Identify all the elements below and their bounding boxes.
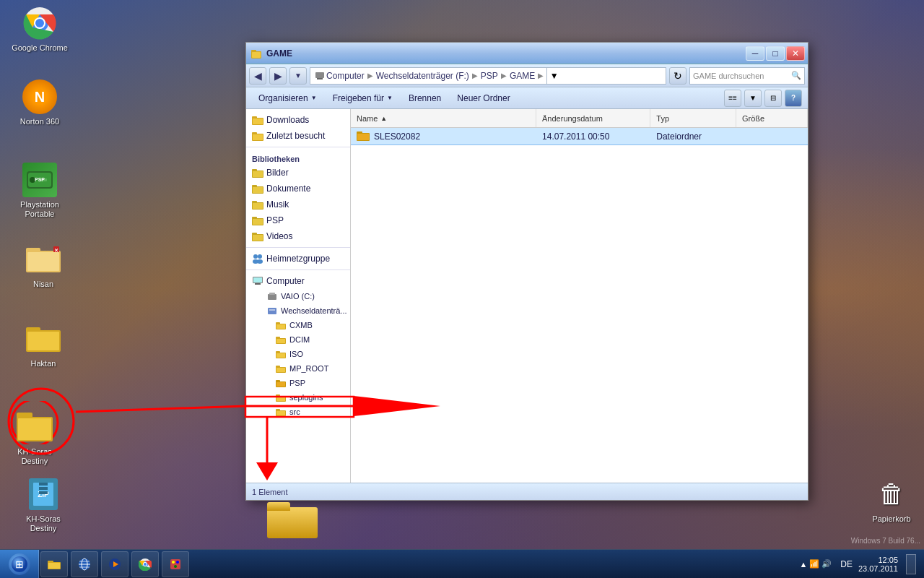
taskbar-folder-button[interactable] — [40, 551, 68, 577]
sidebar-item-psp-lib[interactable]: PSP — [246, 212, 350, 228]
address-part-psp: PSP — [481, 71, 498, 81]
papierkorb-icon: 🗑 — [874, 477, 909, 512]
desktop-icon-psp[interactable]: PSP Playstation Portable — [11, 163, 69, 219]
refresh-button[interactable]: ↻ — [669, 67, 687, 85]
chevron-up-icon[interactable]: ▲ — [799, 560, 807, 569]
haktan-label: Haktan — [31, 359, 56, 368]
sidebar-item-wechsel[interactable]: Wechseldatenträ... — [246, 303, 350, 318]
start-button[interactable]: ⊞ — [0, 550, 39, 579]
burn-button[interactable]: Brennen — [402, 90, 448, 107]
vaio-label: VAIO (C:) — [281, 292, 315, 301]
sidebar-item-zuletzt[interactable]: Zuletzt besucht — [246, 128, 350, 144]
sidebar-item-vaio[interactable]: VAIO (C:) — [246, 289, 350, 303]
svg-point-110 — [144, 563, 147, 566]
taskbar-paint-button[interactable] — [162, 551, 189, 577]
wechsel-drive-icon — [266, 305, 278, 316]
svg-rect-75 — [276, 368, 285, 372]
svg-rect-26 — [39, 491, 48, 494]
sidebar-item-homegroup[interactable]: Heimnetzgruppe — [246, 251, 350, 267]
psp-label: Playstation Portable — [12, 200, 68, 219]
address-part-drive: Wechseldatenträger (F:) — [376, 71, 469, 81]
show-desktop-button[interactable] — [904, 551, 918, 577]
norton-icon: N — [22, 79, 57, 114]
sidebar-item-dokumente[interactable]: Dokumente — [246, 181, 350, 197]
svg-rect-36 — [252, 132, 257, 134]
view-list-button[interactable]: ≡≡ — [724, 90, 741, 107]
svg-rect-83 — [276, 409, 280, 411]
mp-root-label: MP_ROOT — [289, 364, 328, 373]
view-dropdown-button[interactable]: ▼ — [744, 90, 762, 107]
svg-point-53 — [253, 254, 258, 259]
file-name-cell: SLES02082 — [351, 128, 536, 144]
address-bar[interactable]: Computer ▶ Wechseldatenträger (F:) ▶ PSP… — [310, 67, 666, 85]
new-folder-button[interactable]: Neuer Ordner — [450, 90, 516, 107]
table-row[interactable]: SLES02082 14.07.2011 00:50 Dateiordner — [351, 128, 808, 145]
sidebar-item-videos[interactable]: Videos — [246, 228, 350, 244]
sidebar-subfolder-src[interactable]: src — [246, 405, 350, 419]
desktop-icon-kh-zip[interactable]: ZIP KH-Soras Destiny — [14, 477, 72, 533]
close-button[interactable]: ✕ — [786, 46, 805, 61]
status-text: 1 Element — [252, 488, 288, 496]
search-bar[interactable]: GAME durchsuchen 🔍 — [689, 67, 805, 85]
taskbar-ie-icon — [77, 557, 92, 571]
homegroup-icon — [252, 253, 263, 264]
taskbar: ⊞ — [0, 549, 924, 578]
svg-point-113 — [176, 561, 179, 564]
desktop-icon-kh-circle[interactable]: KH-Soras Destiny — [6, 401, 64, 466]
desktop-icon-chrome[interactable]: Google Chrome — [11, 6, 69, 53]
col-header-size[interactable]: Größe — [736, 109, 808, 127]
svg-rect-34 — [253, 118, 263, 124]
sidebar-subfolder-dcim[interactable]: DCIM — [246, 332, 350, 347]
svg-rect-60 — [268, 294, 276, 300]
title-bar-icon — [249, 46, 263, 61]
volume-icon: 🔊 — [821, 559, 832, 569]
psp-icon: PSP — [22, 163, 57, 197]
taskbar-media-button[interactable] — [101, 551, 128, 577]
sidebar-subfolder-iso[interactable]: ISO — [246, 347, 350, 361]
src-icon — [275, 406, 287, 418]
dokumente-icon — [252, 183, 263, 194]
desktop-icon-nisan[interactable]: ✕ Nisan — [14, 242, 72, 289]
col-header-name[interactable]: Name ▲ — [351, 109, 536, 127]
col-header-type[interactable]: Typ — [650, 109, 736, 127]
svg-rect-16 — [27, 332, 59, 350]
taskbar-folder-icon — [47, 557, 61, 571]
svg-rect-59 — [253, 277, 262, 282]
taskbar-ie-button[interactable] — [71, 551, 98, 577]
help-button[interactable]: ? — [785, 90, 802, 107]
chrome-icon — [22, 6, 57, 40]
sidebar-subfolder-mp-root[interactable]: MP_ROOT — [246, 361, 350, 376]
back-button[interactable]: ◀ — [249, 67, 266, 85]
sidebar-item-downloads[interactable]: Downloads — [246, 112, 350, 128]
address-dropdown[interactable]: ▼ — [546, 67, 561, 85]
desktop-icon-norton[interactable]: N Norton 360 — [11, 79, 69, 126]
address-part-computer: Computer — [315, 71, 365, 81]
up-button[interactable]: ▼ — [289, 67, 307, 85]
organize-button[interactable]: Organisieren ▼ — [252, 90, 323, 107]
forward-button[interactable]: ▶ — [269, 67, 287, 85]
sidebar-subfolder-psp[interactable]: PSP — [246, 376, 350, 390]
share-button[interactable]: Freigeben für ▼ — [326, 90, 399, 107]
videos-icon — [252, 230, 263, 242]
seplugins-icon — [275, 392, 287, 403]
maximize-button[interactable]: □ — [766, 46, 785, 61]
desktop-icon-papierkorb[interactable]: 🗑 Papierkorb — [863, 477, 920, 524]
sidebar-item-computer[interactable]: Computer — [246, 273, 350, 289]
preview-pane-button[interactable]: ⊟ — [764, 90, 782, 107]
svg-rect-72 — [276, 353, 285, 358]
svg-rect-78 — [276, 382, 285, 387]
taskbar-chrome-button[interactable] — [131, 551, 159, 577]
desktop-icon-haktan[interactable]: Haktan — [14, 322, 72, 368]
zuletzt-label: Zuletzt besucht — [266, 131, 325, 141]
file-date-cell: 14.07.2011 00:50 — [536, 128, 650, 144]
sidebar-subfolder-cxmb[interactable]: CXMB — [246, 318, 350, 332]
sidebar-item-bilder[interactable]: Bilder — [246, 165, 350, 181]
sidebar-item-musik[interactable]: Musik — [246, 197, 350, 212]
svg-text:⊞: ⊞ — [15, 558, 24, 570]
svg-text:✕: ✕ — [54, 248, 58, 253]
svg-rect-66 — [276, 324, 285, 329]
taskbar-media-icon — [108, 557, 122, 571]
col-header-date[interactable]: Änderungsdatum — [536, 109, 650, 127]
minimize-button[interactable]: ─ — [746, 46, 764, 61]
sidebar-subfolder-seplugins[interactable]: seplugins — [246, 390, 350, 405]
